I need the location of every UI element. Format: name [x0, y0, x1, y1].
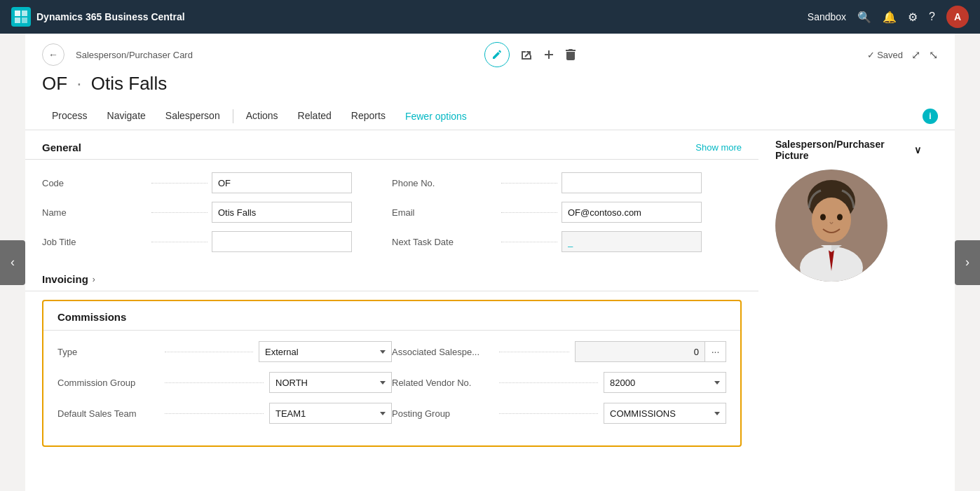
posting-group-dots — [499, 413, 598, 414]
commissions-section: Commissions Type External Internal — [42, 300, 742, 447]
user-avatar[interactable]: A — [946, 6, 969, 28]
menu-related[interactable]: Related — [288, 103, 341, 130]
commission-group-dots — [165, 382, 264, 383]
commissions-fields: Type External Internal None Commission G… — [43, 331, 740, 434]
next-task-date-label: Next Task Date — [392, 237, 497, 247]
default-sales-team-label: Default Sales Team — [57, 408, 159, 419]
phone-label: Phone No. — [392, 178, 497, 188]
assoc-salesperson-field-row: Associated Salespe... ··· — [392, 336, 726, 367]
invoicing-title: Invoicing — [42, 273, 88, 285]
toolbar-actions — [204, 42, 856, 67]
search-icon[interactable]: 🔍 — [857, 11, 871, 24]
related-vendor-field-row: Related Vendor No. 82000 — [392, 367, 726, 398]
email-label: Email — [392, 207, 497, 218]
assoc-input-container: ··· — [575, 341, 726, 362]
email-dots — [501, 212, 557, 213]
page-title: OF · Otis Falls — [25, 73, 955, 103]
expand-icon[interactable]: ⤢ — [911, 48, 920, 62]
name-input[interactable] — [212, 202, 352, 223]
posting-group-input-container: COMMISSIONS — [604, 403, 726, 424]
menu-process[interactable]: Process — [42, 103, 97, 130]
assoc-ellipsis-button[interactable]: ··· — [705, 341, 726, 362]
svg-point-6 — [812, 198, 851, 242]
job-title-input[interactable] — [212, 231, 352, 252]
topbar-right: Sandbox 🔍 🔔 ⚙ ? A — [808, 6, 969, 28]
commission-group-select[interactable]: NORTH — [269, 372, 392, 393]
environment-label: Sandbox — [808, 11, 846, 22]
commissions-header: Commissions — [43, 301, 740, 331]
menu-actions[interactable]: Actions — [236, 103, 288, 130]
title-separator: · — [76, 73, 81, 94]
type-select[interactable]: External Internal None — [259, 341, 392, 362]
content-layout: General Show more Code Name — [25, 130, 955, 455]
breadcrumb: Salesperson/Purchaser Card — [76, 50, 193, 60]
email-field-row: Email — [392, 198, 742, 227]
show-more-button[interactable]: Show more — [695, 142, 742, 153]
menu-divider — [233, 109, 233, 123]
menu-bar: Process Navigate Salesperson Actions Rel… — [25, 103, 955, 130]
edit-button[interactable] — [484, 42, 510, 67]
related-vendor-input-container: 82000 — [604, 372, 726, 393]
commission-group-label: Commission Group — [57, 378, 159, 388]
default-sales-team-input-container: TEAM1 — [269, 403, 392, 424]
person-avatar — [775, 170, 887, 282]
svg-rect-1 — [22, 11, 27, 16]
card-content: ← Salesperson/Purchaser Card — [25, 34, 955, 491]
help-icon[interactable]: ? — [929, 11, 935, 23]
related-vendor-label: Related Vendor No. — [392, 378, 494, 388]
menu-reports[interactable]: Reports — [341, 103, 395, 130]
next-task-date-input[interactable] — [562, 231, 702, 252]
page-wrapper: ‹ ← Salesperson/Purchaser Card — [0, 34, 980, 491]
delete-button[interactable] — [566, 49, 576, 60]
brand-text: Dynamics 365 Business Central — [36, 11, 185, 22]
invoicing-section-header[interactable]: Invoicing › — [25, 265, 758, 291]
menu-salesperson[interactable]: Salesperson — [156, 103, 230, 130]
brand-logo[interactable]: Dynamics 365 Business Central — [11, 7, 185, 27]
phone-dots — [501, 183, 557, 184]
content-main: General Show more Code Name — [25, 130, 758, 455]
code-dots — [151, 183, 207, 184]
type-field-row: Type External Internal None — [57, 336, 392, 367]
info-icon: i — [929, 111, 931, 121]
info-badge[interactable]: i — [923, 109, 938, 124]
default-sales-team-select[interactable]: TEAM1 — [269, 403, 392, 424]
code-field-row: Code — [42, 168, 392, 198]
share-button[interactable] — [521, 49, 532, 60]
nav-prev-button[interactable]: ‹ — [0, 240, 25, 285]
type-dots — [165, 352, 253, 352]
back-button[interactable]: ← — [42, 43, 64, 66]
nav-next-button[interactable]: › — [955, 240, 980, 285]
next-task-date-field-row: Next Task Date — [392, 227, 742, 256]
job-title-field-row: Job Title — [42, 227, 392, 256]
title-name: Otis Falls — [91, 73, 167, 94]
bell-icon[interactable]: 🔔 — [883, 11, 897, 24]
job-title-label: Job Title — [42, 237, 147, 247]
picture-header[interactable]: Salesperson/Purchaser Picture ∨ — [775, 139, 921, 161]
menu-navigate[interactable]: Navigate — [97, 103, 156, 130]
add-button[interactable] — [543, 49, 554, 60]
email-input[interactable] — [562, 202, 702, 223]
commissions-title: Commissions — [57, 311, 126, 323]
assoc-salesperson-input[interactable] — [575, 341, 705, 362]
general-left-fields: Code Name Job Title — [42, 168, 392, 256]
brand-icon — [11, 7, 31, 27]
toolbar-right: ✓ Saved ⤢ ⤡ — [867, 48, 938, 62]
phone-input[interactable] — [562, 172, 702, 193]
code-input[interactable] — [212, 172, 352, 193]
menu-fewer-options[interactable]: Fewer options — [395, 104, 477, 129]
related-vendor-select[interactable]: 82000 — [604, 372, 726, 393]
svg-point-7 — [820, 214, 826, 221]
job-title-dots — [151, 242, 207, 242]
next-task-date-dots — [501, 242, 557, 242]
commissions-right-fields: Associated Salespe... ··· Related Vendor… — [392, 336, 726, 429]
svg-rect-3 — [22, 18, 27, 23]
collapse-icon[interactable]: ⤡ — [929, 48, 938, 62]
posting-group-select[interactable]: COMMISSIONS — [604, 403, 726, 424]
general-title: General — [42, 141, 81, 153]
right-arrow-icon: › — [965, 255, 969, 270]
settings-icon[interactable]: ⚙ — [908, 11, 918, 24]
title-code: OF — [42, 73, 67, 94]
invoicing-chevron-icon: › — [93, 275, 95, 284]
picture-section: Salesperson/Purchaser Picture ∨ — [758, 130, 938, 290]
svg-rect-0 — [15, 11, 20, 16]
